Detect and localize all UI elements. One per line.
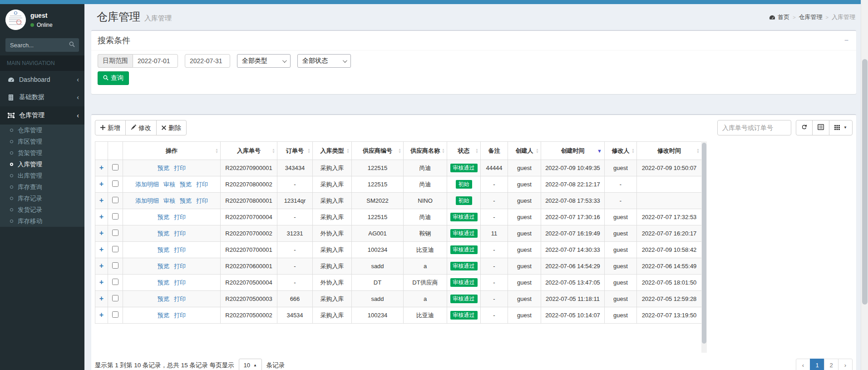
row-action-link[interactable]: 打印 — [174, 214, 186, 220]
row-action-link[interactable]: 打印 — [174, 279, 186, 286]
sidebar-subitem-入库管理[interactable]: 入库管理 — [0, 159, 84, 170]
row-action-link[interactable]: 打印 — [196, 181, 208, 188]
sidebar-subitem-库存查询[interactable]: 库存查询 — [0, 181, 84, 193]
col-header-created[interactable]: 创建时间▼ — [541, 142, 605, 160]
sidebar-subitem-仓库管理[interactable]: 仓库管理 — [0, 125, 84, 136]
expand-row-icon[interactable]: + — [99, 295, 104, 302]
expand-row-icon[interactable]: + — [99, 196, 104, 204]
scrollbar-thumb[interactable] — [702, 143, 706, 344]
edit-button[interactable]: 修改 — [125, 120, 157, 135]
row-action-link[interactable]: 打印 — [174, 230, 186, 237]
sidebar-subitem-出库管理[interactable]: 出库管理 — [0, 170, 84, 181]
row-checkbox[interactable] — [112, 311, 118, 318]
columns-button[interactable]: ▼ — [829, 120, 853, 135]
row-action-link[interactable]: 打印 — [196, 197, 208, 204]
date-from-input[interactable] — [133, 54, 178, 68]
collapse-icon[interactable]: − — [843, 37, 850, 44]
col-header-actions[interactable]: 操作▲▼ — [123, 142, 221, 160]
row-checkbox[interactable] — [112, 197, 118, 203]
col-header-supplier_code[interactable]: 供应商编号▲▼ — [352, 142, 404, 160]
pagination-prev[interactable]: ‹ — [796, 359, 810, 370]
row-action-link[interactable]: 打印 — [174, 165, 186, 171]
user-status-link[interactable]: Online — [30, 22, 53, 28]
row-action-link[interactable]: 预览 — [158, 230, 169, 237]
sidebar-subitem-货架管理[interactable]: 货架管理 — [0, 147, 84, 159]
row-checkbox[interactable] — [112, 295, 118, 301]
expand-row-icon[interactable]: + — [99, 262, 104, 270]
sidebar-search-button[interactable] — [64, 38, 79, 52]
window-scrollbar[interactable] — [861, 0, 868, 370]
date-to-input[interactable] — [185, 54, 230, 68]
breadcrumb-home[interactable]: 首页 — [778, 13, 789, 21]
sort-both-icon: ▲▼ — [272, 148, 275, 154]
row-action-link[interactable]: 预览 — [158, 279, 169, 286]
type-select[interactable]: 全部类型 — [237, 54, 291, 68]
page-title: 仓库管理入库管理 — [97, 10, 172, 24]
delete-button[interactable]: 删除 — [156, 120, 187, 135]
table-search-input[interactable] — [717, 120, 791, 135]
row-checkbox[interactable] — [112, 213, 118, 220]
col-header-modified[interactable]: 修改时间▲▼ — [637, 142, 702, 160]
row-action-link[interactable]: 预览 — [158, 263, 169, 270]
row-action-link[interactable]: 预览 — [180, 197, 192, 204]
col-header-po_no[interactable]: 订单号▲▼ — [277, 142, 313, 160]
col-header-status[interactable]: 状态▲▼ — [447, 142, 481, 160]
sidebar-subitem-库存移动[interactable]: 库存移动 — [0, 215, 84, 227]
add-button[interactable]: 新增 — [95, 120, 126, 135]
row-action-link[interactable]: 预览 — [158, 214, 169, 220]
row-checkbox[interactable] — [112, 279, 118, 285]
window-scrollbar-thumb[interactable] — [862, 59, 868, 305]
sidebar-item-warehouse[interactable]: 仓库管理‹ — [0, 106, 84, 125]
row-action-link[interactable]: 审核 — [163, 197, 175, 204]
row-checkbox[interactable] — [112, 246, 118, 252]
query-button[interactable]: 查询 — [98, 71, 129, 85]
row-action-link[interactable]: 打印 — [174, 312, 186, 319]
col-header-modifier[interactable]: 修改人▲▼ — [605, 142, 637, 160]
col-header-order_no[interactable]: 入库单号▲▼ — [221, 142, 277, 160]
row-action-link[interactable]: 审核 — [163, 181, 175, 188]
row-action-link[interactable]: 打印 — [174, 295, 186, 302]
col-header-type[interactable]: 入库类型▲▼ — [313, 142, 352, 160]
status-select[interactable]: 全部状态 — [297, 54, 351, 68]
row-checkbox[interactable] — [112, 180, 118, 187]
row-action-link[interactable]: 打印 — [174, 263, 186, 270]
row-action-link[interactable]: 预览 — [158, 246, 169, 253]
table-row: +添加明细审核预览打印R2022070800002-采购入库122515尚迪初始… — [95, 176, 702, 193]
sidebar-search-input[interactable] — [5, 38, 64, 52]
toggle-view-button[interactable] — [812, 120, 829, 135]
row-checkbox[interactable] — [112, 164, 118, 170]
table-scrollbar[interactable] — [701, 141, 707, 353]
expand-row-icon[interactable]: + — [99, 164, 104, 171]
sidebar-subitem-库区管理[interactable]: 库区管理 — [0, 136, 84, 147]
cell-created: 2022-07-07 16:19:49 — [541, 225, 605, 242]
col-header-creator[interactable]: 创建人▲▼ — [508, 142, 541, 160]
pagination-next[interactable]: › — [838, 359, 853, 370]
row-action-link[interactable]: 预览 — [158, 165, 169, 171]
row-action-link[interactable]: 添加明细 — [135, 181, 159, 188]
expand-row-icon[interactable]: + — [99, 229, 104, 237]
refresh-button[interactable] — [796, 120, 813, 135]
expand-row-icon[interactable]: + — [99, 245, 104, 253]
pagination-page-2[interactable]: 2 — [824, 359, 838, 370]
row-checkbox[interactable] — [112, 230, 118, 236]
row-action-link[interactable]: 预览 — [158, 312, 169, 319]
pagination-page-1[interactable]: 1 — [810, 359, 824, 370]
page-size-select[interactable]: 10 ▲ — [239, 359, 262, 370]
col-header-supplier_name[interactable]: 供应商名称▲▼ — [404, 142, 447, 160]
expand-row-icon[interactable]: + — [99, 180, 104, 188]
row-action-link[interactable]: 预览 — [158, 295, 169, 302]
expand-row-icon[interactable]: + — [99, 278, 104, 286]
sidebar-item-dashboard[interactable]: Dashboard‹ — [0, 71, 84, 88]
row-action-link[interactable]: 打印 — [174, 246, 186, 253]
expand-row-icon[interactable]: + — [99, 311, 104, 319]
sidebar-subitem-发货记录[interactable]: 发货记录 — [0, 204, 84, 215]
row-checkbox[interactable] — [112, 262, 118, 269]
row-action-link[interactable]: 预览 — [180, 181, 192, 188]
sort-both-icon: ▲▼ — [215, 148, 218, 154]
sidebar-subitem-库存记录[interactable]: 库存记录 — [0, 193, 84, 204]
breadcrumb-warehouse[interactable]: 仓库管理 — [799, 13, 823, 21]
cell-creator: guest — [508, 258, 541, 275]
sidebar-item-base-data[interactable]: 基础数据‹ — [0, 88, 84, 106]
expand-row-icon[interactable]: + — [99, 213, 104, 220]
row-action-link[interactable]: 添加明细 — [135, 197, 159, 204]
